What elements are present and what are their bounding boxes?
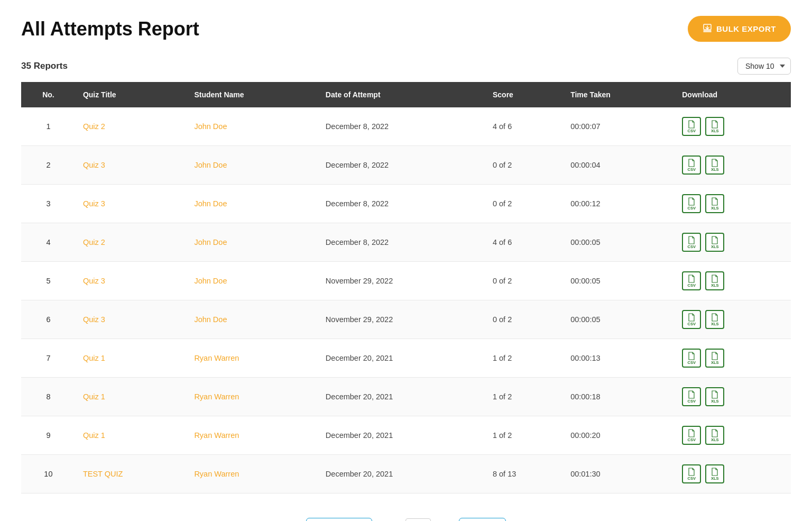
table-row: 10 TEST QUIZ Ryan Warren December 20, 20… bbox=[21, 455, 791, 493]
cell-date: December 20, 2021 bbox=[318, 455, 485, 493]
cell-quiz-title[interactable]: Quiz 3 bbox=[76, 262, 187, 300]
col-header-no: No. bbox=[21, 82, 76, 107]
file-icon bbox=[688, 236, 695, 244]
xls-label: XLS bbox=[711, 477, 719, 481]
csv-download-button[interactable]: CSV bbox=[682, 426, 701, 445]
col-header-date: Date of Attempt bbox=[318, 82, 485, 107]
next-button[interactable]: NEXT bbox=[459, 518, 506, 521]
csv-label: CSV bbox=[688, 361, 696, 365]
cell-quiz-title[interactable]: Quiz 3 bbox=[76, 300, 187, 339]
show-per-page-select[interactable]: Show 10 Show 5 Show 25 Show 50 bbox=[737, 58, 791, 75]
cell-no: 6 bbox=[21, 300, 76, 339]
cell-download: CSV XLS bbox=[675, 416, 791, 455]
file-icon-xls bbox=[711, 352, 718, 360]
xls-download-button[interactable]: XLS bbox=[705, 233, 724, 252]
csv-download-button[interactable]: CSV bbox=[682, 271, 701, 290]
cell-time: 00:00:05 bbox=[563, 262, 675, 300]
cell-download: CSV XLS bbox=[675, 262, 791, 300]
cell-download: CSV XLS bbox=[675, 339, 791, 378]
cell-score: 0 of 2 bbox=[485, 146, 563, 185]
xls-label: XLS bbox=[711, 168, 719, 172]
page-number-input[interactable] bbox=[405, 518, 431, 521]
cell-download: CSV XLS bbox=[675, 107, 791, 146]
cell-date: December 8, 2022 bbox=[318, 146, 485, 185]
table-row: 1 Quiz 2 John Doe December 8, 2022 4 of … bbox=[21, 107, 791, 146]
file-icon bbox=[688, 313, 695, 322]
file-icon-xls bbox=[711, 197, 718, 206]
file-icon bbox=[688, 352, 695, 360]
xls-download-button[interactable]: XLS bbox=[705, 349, 724, 368]
previous-button[interactable]: PREVIOUS bbox=[306, 518, 372, 521]
file-icon-xls bbox=[711, 275, 718, 283]
xls-download-button[interactable]: XLS bbox=[705, 271, 724, 290]
cell-no: 4 bbox=[21, 223, 76, 262]
xls-download-button[interactable]: XLS bbox=[705, 156, 724, 175]
col-header-download: Download bbox=[675, 82, 791, 107]
cell-download: CSV XLS bbox=[675, 378, 791, 416]
cell-student-name[interactable]: Ryan Warren bbox=[187, 339, 318, 378]
page-title: All Attempts Report bbox=[21, 18, 199, 40]
cell-score: 1 of 2 bbox=[485, 339, 563, 378]
xls-download-button[interactable]: XLS bbox=[705, 310, 724, 329]
cell-quiz-title[interactable]: Quiz 1 bbox=[76, 416, 187, 455]
csv-label: CSV bbox=[688, 322, 696, 326]
xls-download-button[interactable]: XLS bbox=[705, 387, 724, 406]
cell-student-name[interactable]: John Doe bbox=[187, 262, 318, 300]
cell-student-name[interactable]: John Doe bbox=[187, 223, 318, 262]
cell-download: CSV XLS bbox=[675, 300, 791, 339]
cell-no: 8 bbox=[21, 378, 76, 416]
csv-download-button[interactable]: CSV bbox=[682, 349, 701, 368]
cell-score: 4 of 6 bbox=[485, 223, 563, 262]
reports-count: 35 Reports bbox=[21, 61, 68, 71]
cell-student-name[interactable]: John Doe bbox=[187, 146, 318, 185]
cell-student-name[interactable]: Ryan Warren bbox=[187, 455, 318, 493]
cell-score: 0 of 2 bbox=[485, 262, 563, 300]
cell-no: 1 bbox=[21, 107, 76, 146]
xls-download-button[interactable]: XLS bbox=[705, 117, 724, 136]
table-row: 6 Quiz 3 John Doe November 29, 2022 0 of… bbox=[21, 300, 791, 339]
cell-score: 1 of 2 bbox=[485, 378, 563, 416]
cell-quiz-title[interactable]: Quiz 3 bbox=[76, 185, 187, 223]
attempts-table: No. Quiz Title Student Name Date of Atte… bbox=[21, 82, 791, 493]
xls-download-button[interactable]: XLS bbox=[705, 194, 724, 213]
xls-download-button[interactable]: XLS bbox=[705, 426, 724, 445]
file-icon-xls bbox=[711, 236, 718, 244]
table-row: 3 Quiz 3 John Doe December 8, 2022 0 of … bbox=[21, 185, 791, 223]
cell-student-name[interactable]: John Doe bbox=[187, 107, 318, 146]
cell-date: November 29, 2022 bbox=[318, 262, 485, 300]
cell-no: 2 bbox=[21, 146, 76, 185]
bulk-export-button[interactable]: BULK EXPORT bbox=[688, 16, 791, 42]
csv-download-button[interactable]: CSV bbox=[682, 310, 701, 329]
col-header-quiz-title: Quiz Title bbox=[76, 82, 187, 107]
csv-download-button[interactable]: CSV bbox=[682, 117, 701, 136]
cell-date: December 20, 2021 bbox=[318, 339, 485, 378]
cell-time: 00:00:07 bbox=[563, 107, 675, 146]
cell-student-name[interactable]: Ryan Warren bbox=[187, 378, 318, 416]
csv-label: CSV bbox=[688, 284, 696, 288]
csv-download-button[interactable]: CSV bbox=[682, 194, 701, 213]
cell-student-name[interactable]: John Doe bbox=[187, 300, 318, 339]
cell-student-name[interactable]: Ryan Warren bbox=[187, 416, 318, 455]
cell-quiz-title[interactable]: Quiz 2 bbox=[76, 223, 187, 262]
reports-number: 35 bbox=[21, 61, 31, 71]
table-row: 7 Quiz 1 Ryan Warren December 20, 2021 1… bbox=[21, 339, 791, 378]
cell-no: 9 bbox=[21, 416, 76, 455]
cell-score: 8 of 13 bbox=[485, 455, 563, 493]
csv-download-button[interactable]: CSV bbox=[682, 387, 701, 406]
cell-student-name[interactable]: John Doe bbox=[187, 185, 318, 223]
file-icon-xls bbox=[711, 390, 718, 399]
cell-quiz-title[interactable]: Quiz 2 bbox=[76, 107, 187, 146]
file-icon bbox=[688, 468, 695, 476]
cell-time: 00:00:05 bbox=[563, 223, 675, 262]
xls-download-button[interactable]: XLS bbox=[705, 464, 724, 483]
cell-quiz-title[interactable]: Quiz 1 bbox=[76, 378, 187, 416]
csv-download-button[interactable]: CSV bbox=[682, 156, 701, 175]
cell-quiz-title[interactable]: TEST QUIZ bbox=[76, 455, 187, 493]
file-icon bbox=[688, 197, 695, 206]
csv-download-button[interactable]: CSV bbox=[682, 233, 701, 252]
xls-label: XLS bbox=[711, 129, 719, 133]
csv-download-button[interactable]: CSV bbox=[682, 464, 701, 483]
cell-score: 1 of 2 bbox=[485, 416, 563, 455]
cell-quiz-title[interactable]: Quiz 3 bbox=[76, 146, 187, 185]
cell-quiz-title[interactable]: Quiz 1 bbox=[76, 339, 187, 378]
